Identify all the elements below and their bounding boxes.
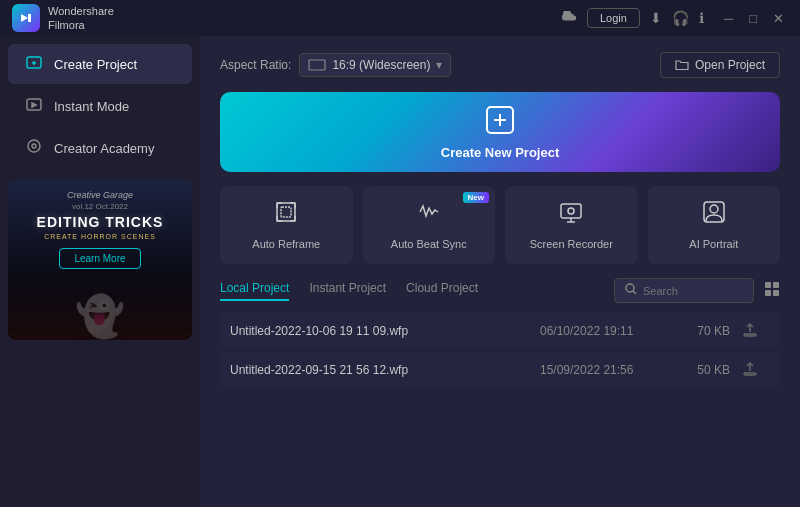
banner-figure: 👻: [75, 293, 125, 340]
app-logo: [12, 4, 40, 32]
upload-icon[interactable]: [730, 321, 770, 340]
auto-beat-sync-label: Auto Beat Sync: [391, 238, 467, 250]
project-size: 50 KB: [670, 363, 730, 377]
content-area: Aspect Ratio: 16:9 (Widescreen) ▾ Open P…: [200, 36, 800, 507]
aspect-ratio-label: Aspect Ratio:: [220, 58, 291, 72]
close-button[interactable]: ✕: [769, 9, 788, 28]
headphones-icon[interactable]: 🎧: [672, 10, 689, 26]
search-box[interactable]: [614, 278, 754, 303]
info-icon[interactable]: ℹ: [699, 10, 704, 26]
aspect-ratio-value: 16:9 (Widescreen): [332, 58, 430, 72]
quick-tile-auto-beat-sync[interactable]: New Auto Beat Sync: [363, 186, 496, 264]
maximize-button[interactable]: □: [745, 9, 761, 28]
table-row[interactable]: Untitled-2022-09-15 21 56 12.wfp 15/09/2…: [220, 352, 780, 387]
projects-tabs: Local Project Instant Project Cloud Proj…: [220, 281, 478, 301]
minimize-button[interactable]: ─: [720, 9, 737, 28]
banner-content: Creative Garage vol.12 Oct.2022 EDITING …: [16, 190, 184, 269]
project-list: Untitled-2022-10-06 19 11 09.wfp 06/10/2…: [220, 313, 780, 387]
svg-rect-14: [773, 282, 779, 288]
aspect-ratio-select[interactable]: 16:9 (Widescreen) ▾: [299, 53, 451, 77]
create-project-card-label: Create New Project: [441, 145, 560, 160]
sidebar: Create Project Instant Mode Creator Acad…: [0, 36, 200, 507]
instant-mode-icon: [24, 96, 44, 116]
title-bar: Wondershare Filmora Login ⬇ 🎧 ℹ ─ □ ✕: [0, 0, 800, 36]
banner-title: EDITING TRICKS: [16, 215, 184, 230]
app-name-text: Wondershare Filmora: [48, 4, 114, 33]
svg-rect-6: [277, 203, 295, 221]
svg-rect-4: [309, 60, 325, 70]
download-icon[interactable]: ⬇: [650, 10, 662, 26]
new-badge: New: [463, 192, 489, 203]
quick-tile-ai-portrait[interactable]: AI Portrait: [648, 186, 781, 264]
quick-actions: Auto Reframe New Auto Beat Sync: [220, 186, 780, 264]
learn-more-button[interactable]: Learn More: [59, 248, 140, 269]
create-new-project-card[interactable]: Create New Project: [220, 92, 780, 172]
sidebar-item-creator-academy[interactable]: Creator Academy: [8, 128, 192, 168]
project-size: 70 KB: [670, 324, 730, 338]
open-project-button[interactable]: Open Project: [660, 52, 780, 78]
table-row[interactable]: Untitled-2022-10-06 19 11 09.wfp 06/10/2…: [220, 313, 780, 348]
create-project-icon: [24, 54, 44, 74]
screen-recorder-icon: [559, 200, 583, 230]
upload-icon[interactable]: [730, 360, 770, 379]
project-date: 15/09/2022 21:56: [540, 363, 670, 377]
plus-icon: [485, 105, 515, 141]
add-icon: [485, 105, 515, 135]
auto-reframe-label: Auto Reframe: [252, 238, 320, 250]
title-bar-actions: Login ⬇ 🎧 ℹ ─ □ ✕: [561, 8, 788, 28]
sidebar-item-instant-mode[interactable]: Instant Mode: [8, 86, 192, 126]
instant-mode-label: Instant Mode: [54, 99, 129, 114]
creator-academy-label: Creator Academy: [54, 141, 154, 156]
creator-academy-icon: [24, 138, 44, 158]
auto-beat-sync-icon: [417, 200, 441, 230]
open-project-label: Open Project: [695, 58, 765, 72]
project-date: 06/10/2022 19:11: [540, 324, 670, 338]
svg-rect-13: [765, 282, 771, 288]
svg-rect-16: [773, 290, 779, 296]
svg-rect-8: [561, 204, 581, 218]
ai-portrait-icon: [702, 200, 726, 230]
banner-date: vol.12 Oct.2022: [16, 202, 184, 211]
search-input[interactable]: [643, 285, 743, 297]
svg-point-3: [32, 144, 36, 148]
screen-recorder-label: Screen Recorder: [530, 238, 613, 250]
chevron-down-icon: ▾: [436, 58, 442, 72]
project-name: Untitled-2022-09-15 21 56 12.wfp: [230, 363, 540, 377]
grid-icon: [764, 281, 780, 297]
svg-point-9: [568, 208, 574, 214]
svg-rect-7: [281, 207, 291, 217]
cloud-icon[interactable]: [561, 10, 577, 26]
quick-tile-auto-reframe[interactable]: Auto Reframe: [220, 186, 353, 264]
search-icon: [625, 283, 637, 298]
folder-icon: [675, 58, 689, 72]
projects-tabs-row: Local Project Instant Project Cloud Proj…: [220, 278, 780, 303]
login-button[interactable]: Login: [587, 8, 640, 28]
window-controls: ─ □ ✕: [720, 9, 788, 28]
grid-view-button[interactable]: [764, 281, 780, 301]
banner-logo-text: Creative Garage: [16, 190, 184, 200]
svg-point-2: [28, 140, 40, 152]
sidebar-banner: Creative Garage vol.12 Oct.2022 EDITING …: [8, 180, 192, 340]
project-name: Untitled-2022-10-06 19 11 09.wfp: [230, 324, 540, 338]
projects-section: Local Project Instant Project Cloud Proj…: [220, 278, 780, 491]
app-branding: Wondershare Filmora: [12, 4, 114, 33]
content-topbar: Aspect Ratio: 16:9 (Widescreen) ▾ Open P…: [220, 52, 780, 78]
banner-subtitle: CREATE HORROR SCENES: [16, 233, 184, 240]
ai-portrait-label: AI Portrait: [689, 238, 738, 250]
aspect-ratio-row: Aspect Ratio: 16:9 (Widescreen) ▾: [220, 53, 451, 77]
sidebar-item-create-project[interactable]: Create Project: [8, 44, 192, 84]
tab-instant-project[interactable]: Instant Project: [309, 281, 386, 301]
svg-point-12: [626, 284, 634, 292]
tab-local-project[interactable]: Local Project: [220, 281, 289, 301]
quick-tile-screen-recorder[interactable]: Screen Recorder: [505, 186, 638, 264]
svg-rect-15: [765, 290, 771, 296]
auto-reframe-icon: [274, 200, 298, 230]
svg-point-11: [710, 205, 718, 213]
create-project-label: Create Project: [54, 57, 137, 72]
tab-cloud-project[interactable]: Cloud Project: [406, 281, 478, 301]
main-layout: Create Project Instant Mode Creator Acad…: [0, 36, 800, 507]
